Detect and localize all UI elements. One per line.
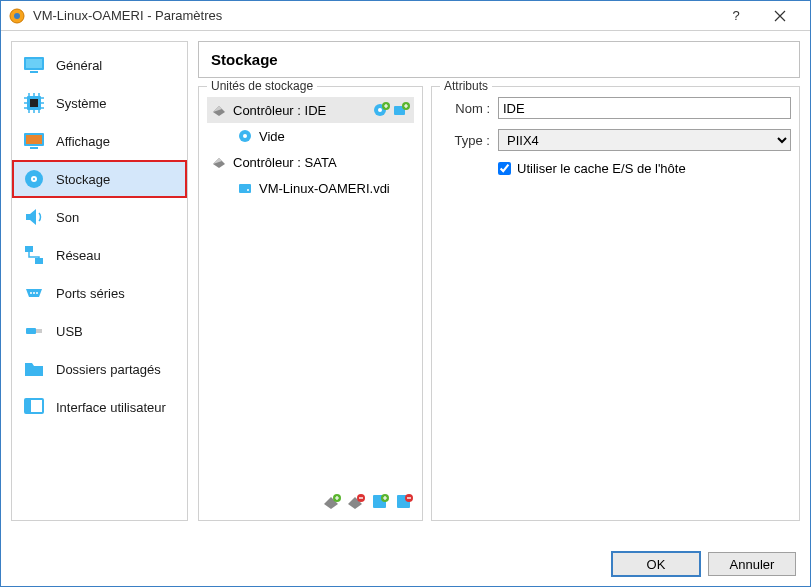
svg-point-28 <box>243 134 247 138</box>
dialog-buttons: OK Annuler <box>612 552 796 576</box>
sidebar-item-shared-folders[interactable]: Dossiers partagés <box>12 350 187 388</box>
svg-point-23 <box>378 108 382 112</box>
storage-tree: Contrôleur : IDE Vide Contrôleur : SATA <box>207 97 414 486</box>
controller-icon <box>211 154 227 170</box>
ui-icon <box>22 395 46 419</box>
folder-icon <box>22 357 46 381</box>
svg-rect-3 <box>26 59 42 68</box>
page-title: Stockage <box>198 41 800 78</box>
controller-label: Contrôleur : IDE <box>233 103 326 118</box>
storage-item-vdi[interactable]: VM-Linux-OAMERI.vdi <box>207 175 414 201</box>
chip-icon <box>22 91 46 115</box>
storage-item-label: VM-Linux-OAMERI.vdi <box>259 181 390 196</box>
svg-rect-9 <box>30 147 38 149</box>
main-panel: Stockage Unités de stockage Contrôleur :… <box>198 41 800 521</box>
usb-icon <box>22 319 46 343</box>
sidebar-item-usb[interactable]: USB <box>12 312 187 350</box>
add-controller-icon[interactable] <box>322 492 342 512</box>
sidebar-item-label: Système <box>56 96 107 111</box>
svg-rect-13 <box>25 246 33 252</box>
svg-point-1 <box>14 13 20 19</box>
sidebar-item-label: Interface utilisateur <box>56 400 166 415</box>
ok-button[interactable]: OK <box>612 552 700 576</box>
sidebar-item-audio[interactable]: Son <box>12 198 187 236</box>
sidebar-item-label: Son <box>56 210 79 225</box>
controller-sata[interactable]: Contrôleur : SATA <box>207 149 414 175</box>
serial-port-icon <box>22 281 46 305</box>
svg-point-30 <box>247 189 249 191</box>
svg-point-16 <box>33 292 35 294</box>
add-attachment-icon[interactable] <box>370 492 390 512</box>
sidebar-item-general[interactable]: Général <box>12 46 187 84</box>
close-button[interactable] <box>758 1 802 31</box>
svg-point-17 <box>36 292 38 294</box>
attributes-group: Attributs Nom : Type : PIIX4 Utiliser le… <box>431 86 800 521</box>
sidebar-item-label: Affichage <box>56 134 110 149</box>
sidebar-item-display[interactable]: Affichage <box>12 122 187 160</box>
svg-rect-4 <box>30 71 38 73</box>
network-icon <box>22 243 46 267</box>
speaker-icon <box>22 205 46 229</box>
name-label: Nom : <box>440 101 490 116</box>
type-label: Type : <box>440 133 490 148</box>
svg-rect-29 <box>239 184 251 193</box>
help-button[interactable]: ? <box>714 1 758 31</box>
sidebar-item-system[interactable]: Système <box>12 84 187 122</box>
titlebar: VM-Linux-OAMERI - Paramètres ? <box>1 1 810 31</box>
sidebar-item-label: Général <box>56 58 102 73</box>
host-cache-checkbox[interactable] <box>498 162 511 175</box>
storage-units-legend: Unités de stockage <box>207 79 317 93</box>
storage-toolbar <box>207 486 414 512</box>
storage-units-group: Unités de stockage Contrôleur : IDE Vide <box>198 86 423 521</box>
cancel-button[interactable]: Annuler <box>708 552 796 576</box>
storage-item-label: Vide <box>259 129 285 144</box>
sidebar-item-label: Réseau <box>56 248 101 263</box>
monitor-icon <box>22 53 46 77</box>
type-select[interactable]: PIIX4 <box>498 129 791 151</box>
svg-rect-6 <box>30 99 38 107</box>
window-title: VM-Linux-OAMERI - Paramètres <box>33 8 714 23</box>
svg-rect-19 <box>36 329 42 333</box>
sidebar-item-storage[interactable]: Stockage <box>12 160 187 198</box>
add-harddisk-icon[interactable] <box>392 101 410 119</box>
optical-disc-icon <box>237 128 253 144</box>
virtualbox-icon <box>9 8 25 24</box>
svg-rect-18 <box>26 328 36 334</box>
remove-controller-icon[interactable] <box>346 492 366 512</box>
harddisk-icon <box>237 180 253 196</box>
host-cache-label: Utiliser le cache E/S de l'hôte <box>517 161 686 176</box>
controller-label: Contrôleur : SATA <box>233 155 337 170</box>
svg-rect-8 <box>26 135 42 144</box>
sidebar-item-serial[interactable]: Ports séries <box>12 274 187 312</box>
sidebar: Général Système Affichage Stockage Son R… <box>11 41 188 521</box>
svg-rect-14 <box>35 258 43 264</box>
svg-point-15 <box>30 292 32 294</box>
controller-ide[interactable]: Contrôleur : IDE <box>207 97 414 123</box>
storage-item-empty[interactable]: Vide <box>207 123 414 149</box>
svg-rect-21 <box>25 399 31 413</box>
sidebar-item-ui[interactable]: Interface utilisateur <box>12 388 187 426</box>
add-optical-icon[interactable] <box>372 101 390 119</box>
name-input[interactable] <box>498 97 791 119</box>
display-icon <box>22 129 46 153</box>
sidebar-item-label: Stockage <box>56 172 110 187</box>
svg-point-12 <box>33 178 35 180</box>
sidebar-item-label: Ports séries <box>56 286 125 301</box>
disk-icon <box>22 167 46 191</box>
remove-attachment-icon[interactable] <box>394 492 414 512</box>
controller-icon <box>211 102 227 118</box>
content: Général Système Affichage Stockage Son R… <box>1 31 810 531</box>
sidebar-item-network[interactable]: Réseau <box>12 236 187 274</box>
sidebar-item-label: USB <box>56 324 83 339</box>
sidebar-item-label: Dossiers partagés <box>56 362 161 377</box>
attributes-legend: Attributs <box>440 79 492 93</box>
